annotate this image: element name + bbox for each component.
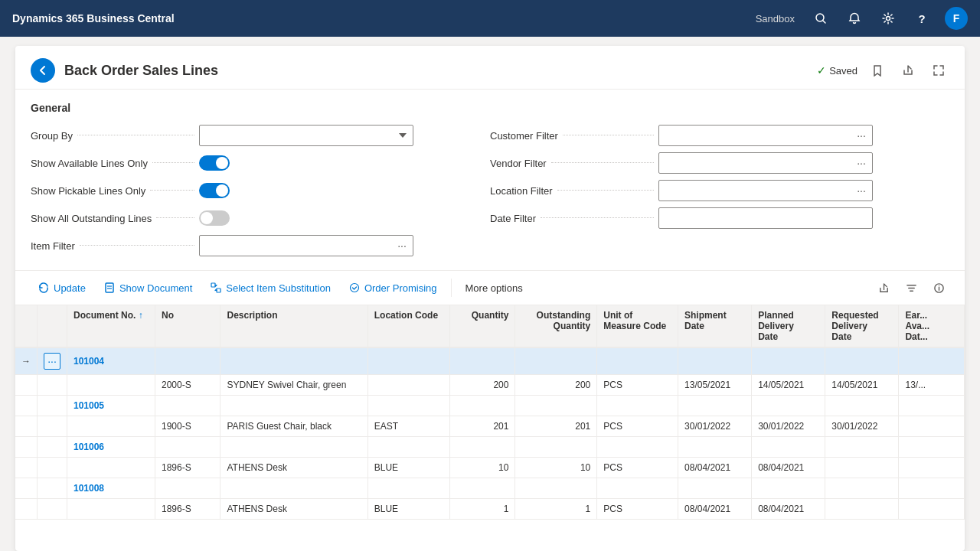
customer-filter-ellipsis-btn[interactable]: ··· bbox=[851, 126, 872, 145]
doc-no-cell[interactable]: 101008 bbox=[67, 478, 155, 499]
no-cell bbox=[155, 347, 220, 375]
date-filter-input[interactable] bbox=[658, 207, 873, 229]
show-available-label: Show Available Lines Only bbox=[31, 158, 148, 169]
context-menu-button[interactable]: ··· bbox=[44, 353, 60, 370]
col-requested-delivery-header: RequestedDeliveryDate bbox=[825, 305, 899, 347]
requested-delivery-cell bbox=[825, 347, 899, 375]
planned-delivery-cell: 08/04/2021 bbox=[752, 499, 825, 520]
col-context-header bbox=[38, 305, 67, 347]
doc-no-cell[interactable]: 101004 bbox=[67, 347, 155, 375]
uom-code-cell: PCS bbox=[597, 375, 678, 396]
location-code-cell bbox=[368, 375, 449, 396]
uom-code-cell bbox=[597, 347, 678, 375]
shipment-date-cell bbox=[678, 478, 752, 499]
doc-no-cell bbox=[67, 458, 155, 478]
vendor-filter-input[interactable] bbox=[659, 153, 851, 173]
requested-delivery-cell bbox=[825, 499, 899, 520]
table-body: →···1010042000-SSYDNEY Swivel Chair, gre… bbox=[15, 347, 965, 520]
group-by-row: Group By bbox=[31, 123, 490, 148]
show-available-toggle[interactable] bbox=[199, 155, 230, 171]
early-avail-cell: 13/... bbox=[899, 375, 965, 396]
update-button[interactable]: Update bbox=[31, 278, 93, 298]
svg-line-1 bbox=[823, 21, 826, 24]
item-filter-row: Item Filter ··· bbox=[31, 233, 490, 258]
row-arrow-cell: → bbox=[15, 347, 38, 375]
doc-no-cell bbox=[67, 375, 155, 396]
row-arrow-cell bbox=[15, 396, 38, 416]
page-header: Back Order Sales Lines ✓ Saved bbox=[15, 46, 965, 90]
order-promising-button[interactable]: Order Promising bbox=[341, 278, 445, 298]
context-menu-cell bbox=[38, 375, 67, 396]
expand-button[interactable] bbox=[928, 60, 949, 81]
doc-no-cell[interactable]: 101006 bbox=[67, 437, 155, 458]
customer-filter-input[interactable] bbox=[659, 126, 851, 145]
settings-icon[interactable] bbox=[877, 8, 899, 29]
svg-rect-7 bbox=[217, 289, 220, 292]
bookmark-button[interactable] bbox=[867, 60, 888, 81]
user-avatar[interactable]: F bbox=[945, 7, 968, 30]
item-filter-input[interactable] bbox=[200, 236, 391, 256]
planned-delivery-cell: 14/05/2021 bbox=[752, 375, 825, 396]
main-content: Back Order Sales Lines ✓ Saved bbox=[15, 46, 965, 551]
shipment-date-cell: 13/05/2021 bbox=[678, 375, 752, 396]
context-menu-cell bbox=[38, 478, 67, 499]
bell-icon[interactable] bbox=[844, 8, 865, 29]
group-by-select[interactable] bbox=[199, 125, 413, 146]
table-row: 101008 bbox=[15, 478, 965, 499]
planned-delivery-cell bbox=[752, 396, 825, 416]
help-icon[interactable]: ? bbox=[911, 8, 933, 29]
description-cell bbox=[220, 437, 368, 458]
uom-code-cell bbox=[597, 396, 678, 416]
location-filter-input[interactable] bbox=[659, 181, 851, 201]
share-toolbar-icon[interactable] bbox=[873, 277, 894, 298]
toolbar-right-actions bbox=[873, 277, 949, 298]
table-container: Document No. ↑ No Description Location C… bbox=[15, 305, 965, 551]
svg-point-8 bbox=[350, 284, 358, 292]
quantity-cell: 1 bbox=[449, 499, 514, 520]
header-actions: ✓ Saved bbox=[817, 60, 949, 81]
customer-filter-row: Customer Filter ··· bbox=[490, 123, 949, 148]
back-button[interactable] bbox=[31, 58, 55, 83]
row-arrow-cell bbox=[15, 416, 38, 437]
show-available-row: Show Available Lines Only bbox=[31, 151, 490, 175]
location-filter-ellipsis-btn[interactable]: ··· bbox=[851, 181, 872, 201]
row-arrow-cell bbox=[15, 499, 38, 520]
table-row: 1896-SATHENS DeskBLUE1010PCS08/04/202108… bbox=[15, 458, 965, 478]
quantity-cell: 201 bbox=[449, 416, 514, 437]
general-section: General Group By Show Available bbox=[15, 90, 965, 271]
quantity-cell bbox=[449, 347, 514, 375]
description-cell bbox=[220, 347, 368, 375]
info-toolbar-icon[interactable] bbox=[928, 277, 949, 298]
data-table: Document No. ↑ No Description Location C… bbox=[15, 305, 965, 520]
shipment-date-cell: 08/04/2021 bbox=[678, 458, 752, 478]
uom-code-cell: PCS bbox=[597, 458, 678, 478]
outstanding-qty-cell bbox=[515, 396, 597, 416]
show-pickable-toggle[interactable] bbox=[199, 183, 230, 198]
table-row: 1896-SATHENS DeskBLUE11PCS08/04/202108/0… bbox=[15, 499, 965, 520]
more-options-button[interactable]: More options bbox=[458, 278, 531, 298]
col-doc-no-header: Document No. ↑ bbox=[67, 305, 155, 347]
context-menu-cell bbox=[38, 437, 67, 458]
select-substitution-button[interactable]: Select Item Substitution bbox=[203, 278, 338, 298]
description-cell bbox=[220, 396, 368, 416]
filter-toolbar-icon[interactable] bbox=[900, 277, 922, 298]
item-filter-ellipsis-btn[interactable]: ··· bbox=[391, 236, 413, 256]
planned-delivery-cell: 08/04/2021 bbox=[752, 458, 825, 478]
search-icon[interactable] bbox=[810, 8, 831, 29]
app-brand: Dynamics 365 Business Central bbox=[12, 12, 756, 24]
no-cell: 1896-S bbox=[155, 458, 220, 478]
show-outstanding-toggle[interactable] bbox=[199, 210, 230, 226]
context-menu-cell bbox=[38, 396, 67, 416]
description-cell: ATHENS Desk bbox=[220, 458, 368, 478]
outstanding-qty-cell: 201 bbox=[515, 416, 597, 437]
no-cell: 2000-S bbox=[155, 375, 220, 396]
share-button[interactable] bbox=[897, 60, 919, 81]
doc-no-cell[interactable]: 101005 bbox=[67, 396, 155, 416]
row-arrow-cell bbox=[15, 478, 38, 499]
planned-delivery-cell: 30/01/2022 bbox=[752, 416, 825, 437]
vendor-filter-ellipsis-btn[interactable]: ··· bbox=[851, 153, 872, 173]
shipment-date-cell bbox=[678, 437, 752, 458]
item-filter-label: Item Filter bbox=[31, 240, 75, 252]
table-row: 101006 bbox=[15, 437, 965, 458]
show-document-button[interactable]: Show Document bbox=[96, 278, 200, 298]
